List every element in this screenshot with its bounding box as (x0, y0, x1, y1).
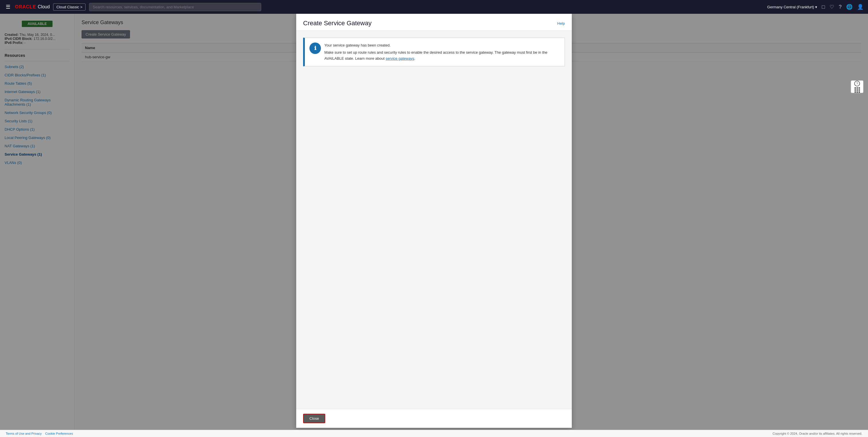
info-icon: ℹ (314, 45, 316, 52)
help-icon[interactable]: ? (839, 4, 842, 10)
oracle-wordmark: ORACLE (15, 4, 36, 9)
success-alert: ℹ Your service gateway has been created.… (303, 38, 565, 66)
region-selector[interactable]: Germany Central (Frankfurt) ▾ (767, 5, 817, 9)
modal-header: Create Service Gateway Help (296, 14, 572, 31)
create-service-gateway-modal: Create Service Gateway Help ℹ Your servi… (296, 14, 572, 428)
topnav-right-section: Germany Central (Frankfurt) ▾ □ ♡ ? 🌐 👤 (767, 4, 863, 10)
help-ring-icon: ? (854, 81, 860, 87)
modal-overlay: Create Service Gateway Help ℹ Your servi… (0, 14, 868, 430)
modal-body: ℹ Your service gateway has been created.… (296, 31, 572, 409)
footer-right: Copyright © 2024, Oracle and/or its affi… (773, 432, 862, 435)
grid-icon (855, 87, 860, 93)
cloud-wordmark: Cloud (38, 4, 50, 9)
footer-left: Terms of Use and Privacy Cookie Preferen… (6, 432, 73, 435)
alert-icon-container: ℹ (309, 42, 321, 54)
global-search-input[interactable] (89, 3, 261, 11)
page-footer: Terms of Use and Privacy Cookie Preferen… (0, 430, 868, 437)
terms-link[interactable]: Terms of Use and Privacy (6, 432, 42, 435)
alert-title: Your service gateway has been created. (324, 42, 560, 49)
modal-footer: Close (296, 409, 572, 428)
profile-icon[interactable]: 👤 (857, 4, 863, 10)
language-icon[interactable]: 🌐 (846, 4, 852, 10)
service-gateways-link[interactable]: service gateways (385, 56, 414, 61)
developer-tools-icon[interactable]: □ (822, 4, 825, 10)
alert-content: Your service gateway has been created. M… (324, 42, 560, 61)
close-button[interactable]: Close (303, 414, 325, 423)
modal-title: Create Service Gateway (303, 20, 371, 27)
top-navigation: ☰ ORACLE Cloud Cloud Classic > Germany C… (0, 0, 868, 14)
notifications-icon[interactable]: ♡ (830, 4, 834, 10)
hamburger-menu-icon[interactable]: ☰ (5, 3, 11, 11)
cookie-preferences-link[interactable]: Cookie Preferences (45, 432, 73, 435)
alert-body: Make sure to set up route rules and secu… (324, 50, 560, 62)
modal-help-link[interactable]: Help (557, 21, 565, 26)
cloud-classic-button[interactable]: Cloud Classic > (53, 3, 86, 11)
oracle-logo: ORACLE Cloud (15, 4, 50, 9)
floating-help-widget[interactable]: ? (851, 81, 863, 93)
